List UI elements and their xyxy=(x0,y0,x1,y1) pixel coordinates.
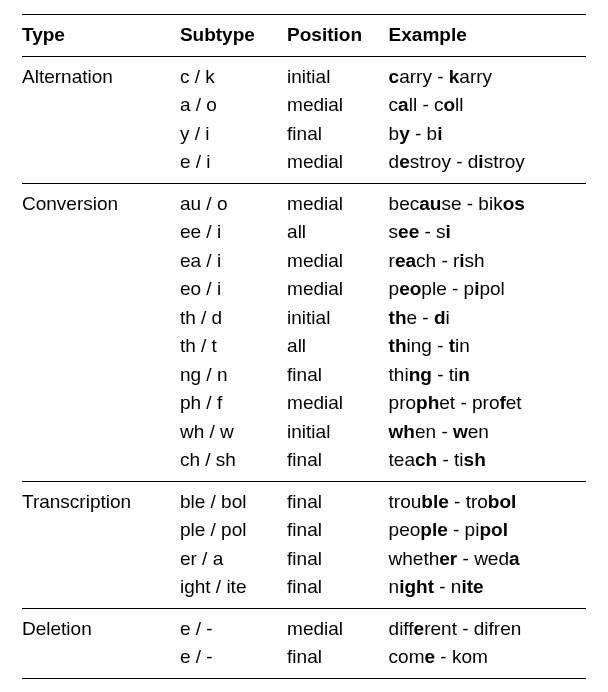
cell-type xyxy=(22,446,180,481)
table-row: ea / imedialreach - rish xyxy=(22,247,586,276)
cell-example: reach - rish xyxy=(389,247,586,276)
cell-example: people - pipol xyxy=(389,275,586,304)
col-header-subtype: Subtype xyxy=(180,15,287,57)
cell-type xyxy=(22,361,180,390)
cell-position: medial xyxy=(287,275,389,304)
cell-position: final xyxy=(287,481,389,516)
table-row: a / omedialcall - coll xyxy=(22,91,586,120)
cell-subtype: ch / sh xyxy=(180,446,287,481)
table-row: eo / imedialpeople - pipol xyxy=(22,275,586,304)
cell-subtype: th / t xyxy=(180,332,287,361)
cell-subtype: a / o xyxy=(180,91,287,120)
cell-position: medial xyxy=(287,148,389,183)
table-row: ph / fmedialprophet - profet xyxy=(22,389,586,418)
cell-type xyxy=(22,545,180,574)
cell-type xyxy=(22,516,180,545)
cell-type xyxy=(22,148,180,183)
cell-subtype: ight / ite xyxy=(180,573,287,608)
cell-type: Deletion xyxy=(22,608,180,643)
cell-example: see - si xyxy=(389,218,586,247)
cell-subtype: eo / i xyxy=(180,275,287,304)
cell-example: because - bikos xyxy=(389,183,586,218)
table-row: y / ifinalby - bi xyxy=(22,120,586,149)
cell-type: Alternation xyxy=(22,56,180,91)
cell-subtype: au / o xyxy=(180,183,287,218)
cell-subtype: ea / i xyxy=(180,247,287,276)
cell-example: trouble - trobol xyxy=(389,481,586,516)
cell-subtype: ng / n xyxy=(180,361,287,390)
cell-position: initial xyxy=(287,304,389,333)
cell-example: call - coll xyxy=(389,91,586,120)
cell-type: Conversion xyxy=(22,183,180,218)
cell-example: night - nite xyxy=(389,573,586,608)
cell-subtype: ple / pol xyxy=(180,516,287,545)
cell-position: final xyxy=(287,573,389,608)
cell-type xyxy=(22,218,180,247)
cell-subtype: er / a xyxy=(180,545,287,574)
cell-position: final xyxy=(287,120,389,149)
cell-type xyxy=(22,275,180,304)
cell-type xyxy=(22,573,180,608)
cell-example: teach - tish xyxy=(389,446,586,481)
table-row: e / imedialdestroy - distroy xyxy=(22,148,586,183)
table-row: th / tallthing - tin xyxy=(22,332,586,361)
col-header-type: Type xyxy=(22,15,180,57)
table-row: e / -finalcome - kom xyxy=(22,643,586,678)
cell-example: whether - weda xyxy=(389,545,586,574)
cell-position: medial xyxy=(287,247,389,276)
cell-type xyxy=(22,120,180,149)
cell-subtype: e / i xyxy=(180,148,287,183)
cell-position: medial xyxy=(287,183,389,218)
col-header-example: Example xyxy=(389,15,586,57)
cell-subtype: ble / bol xyxy=(180,481,287,516)
table-row: Alternationc / kinitialcarry - karry xyxy=(22,56,586,91)
cell-type xyxy=(22,91,180,120)
cell-position: final xyxy=(287,516,389,545)
cell-position: medial xyxy=(287,608,389,643)
cell-type xyxy=(22,643,180,678)
cell-example: carry - karry xyxy=(389,56,586,91)
cell-subtype: th / d xyxy=(180,304,287,333)
cell-position: medial xyxy=(287,389,389,418)
cell-example: prophet - profet xyxy=(389,389,586,418)
cell-type xyxy=(22,418,180,447)
cell-position: final xyxy=(287,545,389,574)
cell-example: come - kom xyxy=(389,643,586,678)
table-row: ple / polfinalpeople - pipol xyxy=(22,516,586,545)
table-row: ight / itefinalnight - nite xyxy=(22,573,586,608)
table-row: Deletione / -medialdifferent - difren xyxy=(22,608,586,643)
table-row: Conversionau / omedialbecause - bikos xyxy=(22,183,586,218)
cell-subtype: e / - xyxy=(180,643,287,678)
cell-example: people - pipol xyxy=(389,516,586,545)
cell-subtype: ph / f xyxy=(180,389,287,418)
cell-subtype: ee / i xyxy=(180,218,287,247)
table-row: th / dinitialthe - di xyxy=(22,304,586,333)
table-row: wh / winitialwhen - wen xyxy=(22,418,586,447)
table-row: er / afinalwhether - weda xyxy=(22,545,586,574)
cell-position: initial xyxy=(287,418,389,447)
col-header-position: Position xyxy=(287,15,389,57)
cell-subtype: e / - xyxy=(180,608,287,643)
table-header-row: Type Subtype Position Example xyxy=(22,15,586,57)
cell-type xyxy=(22,389,180,418)
cell-position: initial xyxy=(287,56,389,91)
cell-subtype: wh / w xyxy=(180,418,287,447)
table-row: ee / iallsee - si xyxy=(22,218,586,247)
table-row: ng / nfinalthing - tin xyxy=(22,361,586,390)
cell-position: final xyxy=(287,446,389,481)
cell-position: final xyxy=(287,361,389,390)
cell-example: destroy - distroy xyxy=(389,148,586,183)
cell-type xyxy=(22,304,180,333)
table-row: ch / shfinalteach - tish xyxy=(22,446,586,481)
cell-type xyxy=(22,332,180,361)
cell-example: when - wen xyxy=(389,418,586,447)
cell-example: by - bi xyxy=(389,120,586,149)
orthographic-variation-table: Type Subtype Position Example Alternatio… xyxy=(22,14,586,679)
cell-type xyxy=(22,247,180,276)
cell-example: the - di xyxy=(389,304,586,333)
cell-type: Transcription xyxy=(22,481,180,516)
cell-position: all xyxy=(287,218,389,247)
cell-subtype: y / i xyxy=(180,120,287,149)
table-row: Transcriptionble / bolfinaltrouble - tro… xyxy=(22,481,586,516)
cell-position: medial xyxy=(287,91,389,120)
